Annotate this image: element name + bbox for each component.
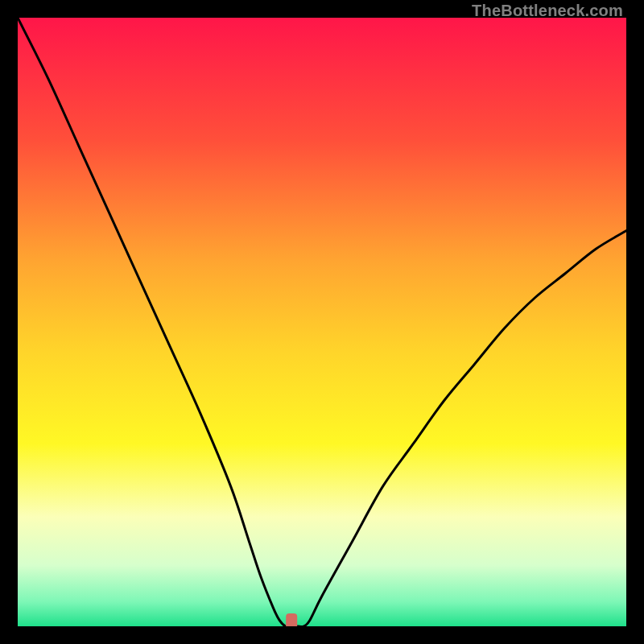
gradient-background [18, 18, 626, 626]
watermark-text: TheBottleneck.com [472, 2, 623, 20]
chart-svg [18, 18, 626, 626]
optimal-point-marker [286, 613, 297, 626]
chart-frame [18, 18, 626, 626]
